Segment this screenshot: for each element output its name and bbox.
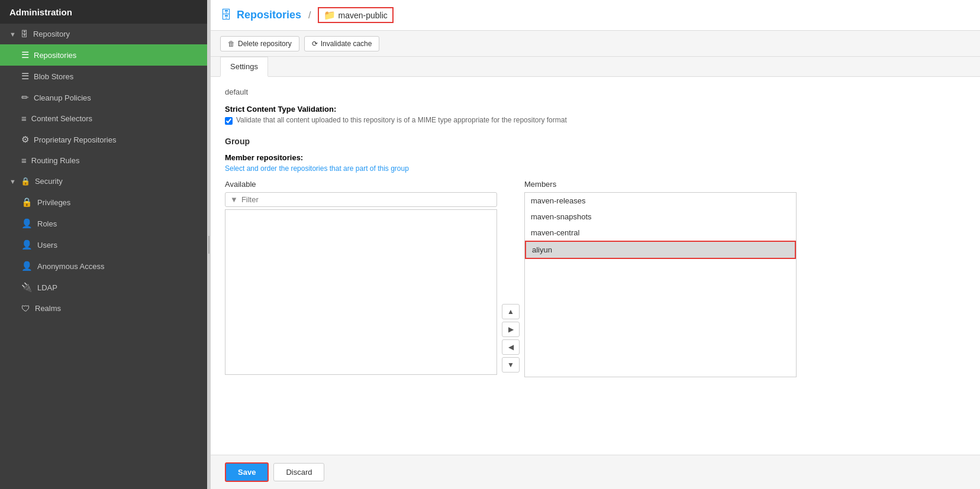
sidebar-item-label: Anonymous Access xyxy=(37,262,104,271)
content-area: default Strict Content Type Validation: … xyxy=(211,77,980,455)
sidebar-section-repository[interactable]: ▼ 🗄 Repository xyxy=(0,24,207,44)
sidebar-item-ldap[interactable]: 🔌 LDAP xyxy=(0,277,207,298)
sidebar-item-label: Repositories xyxy=(34,51,76,60)
sidebar-title: Administration xyxy=(0,0,207,24)
invalidate-cache-label: Invalidate cache xyxy=(321,40,372,48)
delete-repository-label: Delete repository xyxy=(238,40,292,48)
member-item-maven-central[interactable]: maven-central xyxy=(525,225,796,241)
delete-repository-button[interactable]: 🗑 Delete repository xyxy=(220,36,299,51)
group-section-title: Group xyxy=(225,137,966,146)
blob-store-field: default xyxy=(225,86,966,98)
member-item-aliyun[interactable]: aliyun xyxy=(525,241,796,259)
realms-icon: 🛡 xyxy=(21,303,30,313)
available-list[interactable] xyxy=(225,209,497,375)
sidebar-item-repositories[interactable]: ☰ Repositories xyxy=(0,44,207,66)
blob-store-value: default xyxy=(225,86,248,98)
breadcrumb-title[interactable]: Repositories xyxy=(237,9,301,21)
users-icon: 👤 xyxy=(21,239,33,250)
breadcrumb-separator: / xyxy=(308,10,311,21)
cleanup-icon: ✏ xyxy=(21,92,29,103)
sidebar-item-proprietary-repositories[interactable]: ⚙ Proprietary Repositories xyxy=(0,129,207,150)
discard-button[interactable]: Discard xyxy=(273,463,324,481)
chevron-icon: ▼ xyxy=(9,31,16,38)
sidebar-item-users[interactable]: 👤 Users xyxy=(0,234,207,255)
group-section: Group Member repositories: Select and or… xyxy=(225,137,966,377)
chevron-icon: ▼ xyxy=(9,178,16,185)
sidebar-item-label: Cleanup Policies xyxy=(34,93,91,102)
folder-icon: 📁 xyxy=(324,9,336,21)
move-down-button[interactable]: ▼ xyxy=(502,357,520,373)
breadcrumb-current: 📁 maven-public xyxy=(318,7,393,23)
anonymous-icon: 👤 xyxy=(21,261,33,271)
footer: Save Discard xyxy=(211,455,980,489)
sidebar-item-routing-rules[interactable]: ≡ Routing Rules xyxy=(0,150,207,171)
tab-settings-label: Settings xyxy=(230,62,258,71)
members-panel: Members maven-releases maven-snapshots m… xyxy=(524,180,797,377)
main-content: 🗄 Repositories / 📁 maven-public 🗑 Delete… xyxy=(211,0,980,489)
filter-icon: ▼ xyxy=(230,195,238,204)
sidebar-item-cleanup-policies[interactable]: ✏ Cleanup Policies xyxy=(0,87,207,108)
ldap-icon: 🔌 xyxy=(21,282,33,293)
tab-settings[interactable]: Settings xyxy=(220,57,268,77)
sidebar-item-label: LDAP xyxy=(37,283,57,292)
section-label: Security xyxy=(35,177,63,186)
sidebar-item-label: Realms xyxy=(35,304,61,313)
privileges-icon: 🔒 xyxy=(21,197,33,208)
strict-content-checkbox[interactable] xyxy=(225,117,233,125)
sidebar-section-security[interactable]: ▼ 🔒 Security xyxy=(0,171,207,192)
members-label: Members xyxy=(524,180,797,189)
save-button[interactable]: Save xyxy=(225,462,269,482)
sidebar-item-label: Privileges xyxy=(37,198,70,207)
sidebar-resizer[interactable] xyxy=(207,0,211,489)
sidebar-item-label: Blob Stores xyxy=(34,72,73,81)
move-to-members-button[interactable]: ▶ xyxy=(502,322,520,337)
sidebar: Administration ▼ 🗄 Repository ☰ Reposito… xyxy=(0,0,207,489)
sidebar-item-content-selectors[interactable]: ≡ Content Selectors xyxy=(0,108,207,129)
filter-box: ▼ xyxy=(225,192,497,207)
available-panel: Available ▼ xyxy=(225,180,497,375)
sidebar-item-realms[interactable]: 🛡 Realms xyxy=(0,298,207,319)
current-page-label: maven-public xyxy=(338,11,387,20)
strict-content-label: Strict Content Type Validation: xyxy=(225,105,336,114)
blob-stores-icon: ☰ xyxy=(21,71,29,82)
transfer-buttons: ▲ ▶ ◀ ▼ xyxy=(502,304,520,377)
sidebar-item-privileges[interactable]: 🔒 Privileges xyxy=(0,192,207,213)
trash-icon: 🗑 xyxy=(228,40,235,48)
sidebar-item-roles[interactable]: 👤 Roles xyxy=(0,213,207,234)
repositories-icon: ☰ xyxy=(21,50,29,60)
member-item-maven-snapshots[interactable]: maven-snapshots xyxy=(525,209,796,225)
cylinder-icon: 🗄 xyxy=(21,30,28,38)
repositories-breadcrumb-icon: 🗄 xyxy=(220,8,232,22)
sidebar-item-label: Content Selectors xyxy=(31,114,92,123)
proprietary-icon: ⚙ xyxy=(21,134,29,145)
sidebar-item-label: Proprietary Repositories xyxy=(34,135,116,144)
member-repos-label: Member repositories: xyxy=(225,153,966,162)
sync-icon: ⟳ xyxy=(312,40,318,48)
strict-content-field: Strict Content Type Validation: Validate… xyxy=(225,105,966,129)
invalidate-cache-button[interactable]: ⟳ Invalidate cache xyxy=(304,36,380,51)
section-label: Repository xyxy=(33,30,70,38)
move-up-button[interactable]: ▲ xyxy=(502,304,520,319)
members-list[interactable]: maven-releases maven-snapshots maven-cen… xyxy=(524,192,797,377)
member-repos-hint: Select and order the repositories that a… xyxy=(225,164,966,173)
header-bar: 🗄 Repositories / 📁 maven-public xyxy=(211,0,980,31)
sidebar-item-label: Users xyxy=(37,241,57,250)
filter-input[interactable] xyxy=(241,195,492,204)
remove-from-members-button[interactable]: ◀ xyxy=(502,339,520,355)
sidebar-item-label: Routing Rules xyxy=(31,156,80,165)
repos-layout: Available ▼ ▲ ▶ ◀ ▼ Members xyxy=(225,180,966,377)
toolbar: 🗑 Delete repository ⟳ Invalidate cache xyxy=(211,31,980,57)
strict-content-checkbox-row: Validate that all content uploaded to th… xyxy=(225,116,567,125)
tabs: Settings xyxy=(211,57,980,77)
sidebar-item-blob-stores[interactable]: ☰ Blob Stores xyxy=(0,66,207,87)
security-icon: 🔒 xyxy=(21,177,30,186)
member-item-maven-releases[interactable]: maven-releases xyxy=(525,193,796,209)
strict-content-text: Validate that all content uploaded to th… xyxy=(236,116,567,124)
sidebar-item-anonymous-access[interactable]: 👤 Anonymous Access xyxy=(0,255,207,277)
content-selectors-icon: ≡ xyxy=(21,114,27,124)
routing-icon: ≡ xyxy=(21,156,27,166)
sidebar-item-label: Roles xyxy=(37,219,57,228)
roles-icon: 👤 xyxy=(21,218,33,229)
available-label: Available xyxy=(225,180,497,189)
